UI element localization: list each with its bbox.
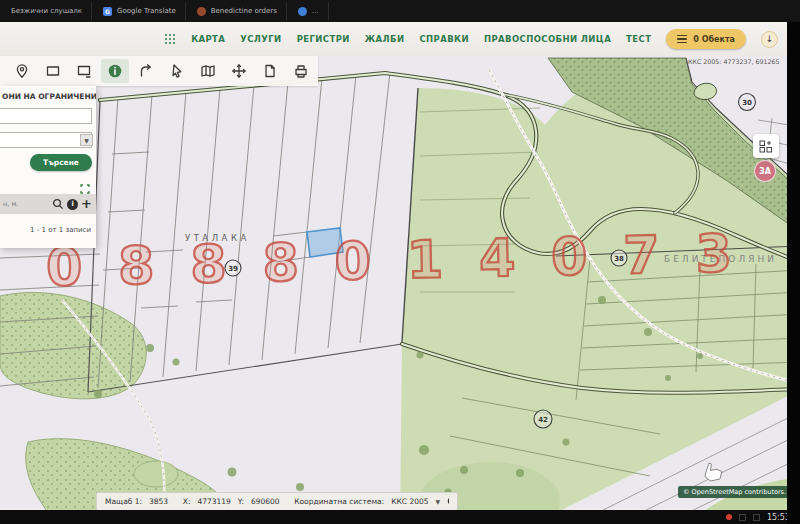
- rectangle-minus-icon: [76, 63, 92, 79]
- area-label-belitepolyani: БЕЛИТЕПОЛЯНИ: [664, 254, 777, 264]
- move-tool[interactable]: [225, 59, 253, 83]
- nav-uslugi[interactable]: УСЛУГИ: [240, 34, 281, 44]
- results-hint: н, м.: [3, 200, 52, 208]
- restriction-type-input[interactable]: [0, 132, 92, 148]
- osm-attribution[interactable]: © OpenStreetMap contributors.: [678, 486, 791, 498]
- browser-tab-2[interactable]: GGoogle Translate: [94, 2, 186, 20]
- rectangle-select-tool[interactable]: [39, 59, 67, 83]
- map-book-icon: [200, 63, 216, 79]
- y-label: Y:: [238, 497, 244, 506]
- info-tool[interactable]: [101, 59, 129, 83]
- restriction-search-input[interactable]: [0, 108, 92, 124]
- os-taskbar: 15:53: [0, 510, 800, 524]
- favicon: [298, 7, 307, 16]
- restrictions-panel: ОНИ НА ОГРАНИЧЕНИЯ ▼ Търсене н, м. i + 1…: [0, 86, 96, 248]
- crs-dropdown-caret[interactable]: ▼: [436, 498, 441, 505]
- parcel-number-39: 39: [228, 265, 238, 273]
- turn-arrow-icon: [138, 63, 154, 79]
- map-canvas[interactable]: УТАЛАКА БЕЛИТЕПОЛЯНИ 39 38 42 30 ККС 200…: [0, 56, 800, 524]
- y-value: 690600: [251, 497, 280, 506]
- cursor-tool[interactable]: [163, 59, 191, 83]
- objects-count-label: 0 Обекта: [693, 35, 735, 44]
- browser-tab-strip: Безжични слушалк GGoogle Translate Bened…: [0, 0, 800, 22]
- scale-label: Мащаб 1:: [105, 497, 142, 506]
- move-icon: [231, 63, 247, 79]
- map-area[interactable]: УТАЛАКА БЕЛИТЕПОЛЯНИ 39 38 42 30 ККС 200…: [0, 56, 800, 524]
- tray-icon[interactable]: [739, 514, 746, 521]
- parcel-number-42: 42: [538, 416, 548, 424]
- screen: Безжични слушалк GGoogle Translate Bened…: [0, 0, 800, 524]
- browser-tab-4[interactable]: …: [289, 2, 329, 20]
- x-value: 4773119: [197, 497, 230, 506]
- parcel-number-38: 38: [614, 255, 624, 263]
- browser-tab-3[interactable]: Benedictine orders: [188, 2, 287, 20]
- hamburger-icon: [677, 35, 687, 44]
- plus-icon[interactable]: +: [81, 199, 92, 209]
- printer-icon: [293, 63, 309, 79]
- tray-icon[interactable]: [753, 514, 760, 521]
- crs-value[interactable]: ККС 2005: [391, 497, 428, 506]
- area-select-tool[interactable]: [70, 59, 98, 83]
- layers-icon: [758, 139, 774, 153]
- translate-favicon: G: [103, 7, 112, 16]
- favicon: [197, 7, 206, 16]
- monitor-bezel: [787, 22, 800, 524]
- green-blob: [134, 461, 178, 487]
- tab-label: Безжични слушалк: [11, 7, 82, 15]
- printer-tool[interactable]: [287, 59, 315, 83]
- location-pin-tool[interactable]: [8, 59, 36, 83]
- document-icon: [262, 63, 278, 79]
- rectangle-icon: [45, 63, 61, 79]
- crs-label: Координатна система:: [294, 497, 384, 506]
- scale-value: 3853: [149, 497, 168, 506]
- apps-grid-icon[interactable]: [165, 34, 176, 45]
- browser-tab-1[interactable]: Безжични слушалк: [2, 2, 92, 20]
- app-header: КАРТА УСЛУГИ РЕГИСТРИ ЖАЛБИ СПРАВКИ ПРАВ…: [0, 22, 800, 56]
- panel-title: ОНИ НА ОГРАНИЧЕНИЯ: [2, 92, 96, 101]
- objects-button[interactable]: 0 Обекта: [666, 29, 746, 49]
- map-toolbar: [0, 56, 318, 86]
- nav-registri[interactable]: РЕГИСТРИ: [297, 34, 350, 44]
- x-label: X:: [183, 497, 191, 506]
- nav-karta[interactable]: КАРТА: [191, 34, 225, 44]
- results-toolbar: н, м. i +: [0, 194, 96, 214]
- dropdown-caret-icon[interactable]: ▼: [80, 134, 93, 146]
- search-button[interactable]: Търсене: [30, 154, 92, 171]
- location-pin-icon: [14, 63, 30, 79]
- tab-label: …: [312, 7, 319, 15]
- tab-label: Benedictine orders: [211, 7, 277, 15]
- records-summary: 1 - 1 от 1 записи: [30, 226, 91, 234]
- area-label-utalaka: УТАЛАКА: [185, 233, 250, 243]
- turn-arrow-tool[interactable]: [132, 59, 160, 83]
- download-arrow-button[interactable]: ↓: [761, 31, 778, 48]
- nav-spravki[interactable]: СПРАВКИ: [419, 34, 469, 44]
- parcel-number-30: 30: [742, 99, 752, 107]
- export-document-tool[interactable]: [256, 59, 284, 83]
- info-circle-icon[interactable]: i: [67, 199, 78, 210]
- map-book-tool[interactable]: [194, 59, 222, 83]
- info-icon: [107, 63, 123, 79]
- search-icon[interactable]: [447, 496, 449, 508]
- stamp-icon[interactable]: ЗА: [754, 160, 776, 182]
- tab-label: Google Translate: [117, 7, 176, 15]
- magnifier-icon[interactable]: [52, 198, 64, 210]
- nav-zhalbi[interactable]: ЖАЛБИ: [365, 34, 405, 44]
- cursor-coords-readout: ККС 2005: 4773237, 691265: [688, 58, 780, 65]
- nav-pravosposobni-litsa[interactable]: ПРАВОСПОСОБНИ ЛИЦА: [484, 34, 611, 44]
- cursor-icon: [169, 63, 185, 79]
- recording-dot-icon: [726, 514, 732, 520]
- map-status-bar: Мащаб 1: 3853 X: 4773119 Y: 690600 Коорд…: [96, 492, 458, 511]
- layers-control-button[interactable]: [753, 134, 779, 158]
- selected-parcel[interactable]: [307, 228, 343, 257]
- nav-test[interactable]: ТЕСТ: [626, 34, 651, 44]
